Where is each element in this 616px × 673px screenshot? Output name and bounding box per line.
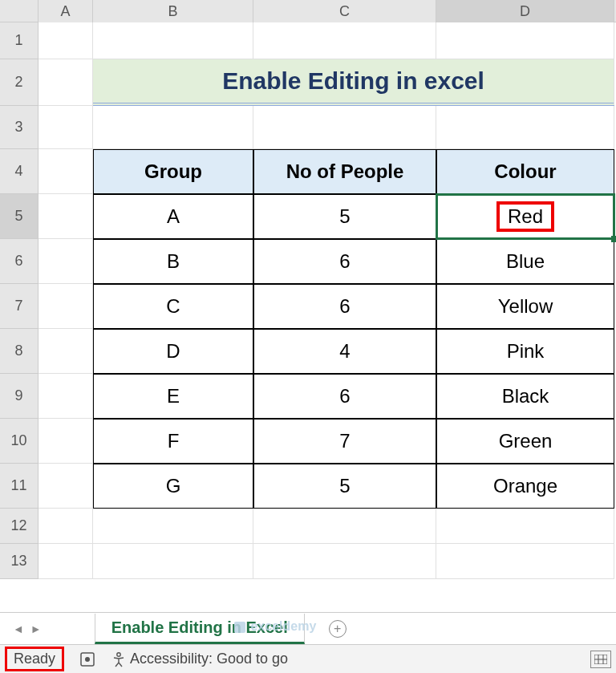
row-header-2[interactable]: 2	[0, 59, 38, 106]
svg-point-2	[85, 657, 90, 662]
row-header-12[interactable]: 12	[0, 509, 38, 544]
row-header-9[interactable]: 9	[0, 374, 38, 419]
cell-c10[interactable]: 7	[253, 419, 436, 464]
normal-view-button[interactable]	[590, 651, 611, 668]
status-bar: Ready Accessibility: Good to go	[0, 644, 616, 673]
cell-b13[interactable]	[93, 544, 253, 579]
cell-d8[interactable]: Pink	[436, 329, 614, 374]
cell-d5[interactable]: Red	[436, 194, 614, 239]
table-header-people[interactable]: No of People	[253, 149, 436, 194]
macro-record-icon[interactable]	[79, 651, 96, 668]
col-header-a[interactable]: A	[38, 0, 93, 22]
cell-a1[interactable]	[38, 22, 93, 59]
select-all-corner[interactable]	[0, 0, 38, 22]
cell-c11[interactable]: 5	[253, 464, 436, 509]
row-header-10[interactable]: 10	[0, 419, 38, 464]
row-header-8[interactable]: 8	[0, 329, 38, 374]
cell-b11[interactable]: G	[93, 464, 253, 509]
row-header-11[interactable]: 11	[0, 464, 38, 509]
table-header-colour[interactable]: Colour	[436, 149, 614, 194]
cell-c3[interactable]	[253, 106, 436, 149]
table-header-group[interactable]: Group	[93, 149, 253, 194]
row-header-5[interactable]: 5	[0, 194, 38, 239]
cell-b3[interactable]	[93, 106, 253, 149]
cell-c7[interactable]: 6	[253, 284, 436, 329]
spreadsheet-grid: A B C D 1 2 Enable Editing in excel 3 4 …	[0, 0, 616, 626]
cell-c9[interactable]: 6	[253, 374, 436, 419]
cell-d11[interactable]: Orange	[436, 464, 614, 509]
cell-c8[interactable]: 4	[253, 329, 436, 374]
cell-d1[interactable]	[436, 22, 614, 59]
row-header-6[interactable]: 6	[0, 239, 38, 284]
cell-b9[interactable]: E	[93, 374, 253, 419]
row-header-13[interactable]: 13	[0, 544, 38, 579]
cell-d3[interactable]	[436, 106, 614, 149]
col-header-d[interactable]: D	[436, 0, 614, 22]
cell-a5[interactable]	[38, 194, 93, 239]
add-sheet-button[interactable]: +	[329, 620, 346, 638]
svg-rect-0	[234, 622, 245, 633]
cell-d10[interactable]: Green	[436, 419, 614, 464]
cell-d13[interactable]	[436, 544, 614, 579]
grid-icon	[594, 655, 607, 664]
row-header-7[interactable]: 7	[0, 284, 38, 329]
column-headers: A B C D	[0, 0, 616, 22]
cell-a13[interactable]	[38, 544, 93, 579]
cell-b6[interactable]: B	[93, 239, 253, 284]
cell-c13[interactable]	[253, 544, 436, 579]
cell-d7[interactable]: Yellow	[436, 284, 614, 329]
tab-prev-icon[interactable]: ◄	[13, 622, 24, 635]
plus-icon: +	[334, 622, 341, 636]
status-ready: Ready	[5, 647, 64, 671]
highlight-box: Red	[496, 201, 554, 232]
col-header-b[interactable]: B	[93, 0, 253, 22]
cell-a6[interactable]	[38, 239, 93, 284]
row-header-4[interactable]: 4	[0, 149, 38, 194]
svg-point-3	[117, 652, 120, 655]
cell-a3[interactable]	[38, 106, 93, 149]
accessibility-icon	[111, 651, 127, 667]
row-header-3[interactable]: 3	[0, 106, 38, 149]
cell-c1[interactable]	[253, 22, 436, 59]
cell-a7[interactable]	[38, 284, 93, 329]
cell-b10[interactable]: F	[93, 419, 253, 464]
watermark: exceldemy	[233, 619, 316, 634]
cell-b12[interactable]	[93, 509, 253, 544]
cell-a11[interactable]	[38, 464, 93, 509]
cell-a9[interactable]	[38, 374, 93, 419]
row-header-1[interactable]: 1	[0, 22, 38, 59]
cell-b7[interactable]: C	[93, 284, 253, 329]
cell-d9[interactable]: Black	[436, 374, 614, 419]
cell-a12[interactable]	[38, 509, 93, 544]
view-switcher	[590, 651, 611, 668]
cell-c12[interactable]	[253, 509, 436, 544]
accessibility-label: Accessibility: Good to go	[130, 651, 288, 667]
cell-a2[interactable]	[38, 59, 93, 106]
cell-d12[interactable]	[436, 509, 614, 544]
cell-c5[interactable]: 5	[253, 194, 436, 239]
cell-d6[interactable]: Blue	[436, 239, 614, 284]
cell-a4[interactable]	[38, 149, 93, 194]
fill-handle[interactable]	[611, 236, 616, 242]
tab-next-icon[interactable]: ►	[30, 622, 42, 635]
accessibility-status[interactable]: Accessibility: Good to go	[111, 651, 288, 667]
title-cell[interactable]: Enable Editing in excel	[93, 59, 614, 106]
tab-nav: ◄ ►	[0, 622, 55, 635]
cell-a8[interactable]	[38, 329, 93, 374]
cell-b5[interactable]: A	[93, 194, 253, 239]
cell-a10[interactable]	[38, 419, 93, 464]
col-header-c[interactable]: C	[253, 0, 436, 22]
cell-b8[interactable]: D	[93, 329, 253, 374]
cell-b1[interactable]	[93, 22, 253, 59]
cell-c6[interactable]: 6	[253, 239, 436, 284]
